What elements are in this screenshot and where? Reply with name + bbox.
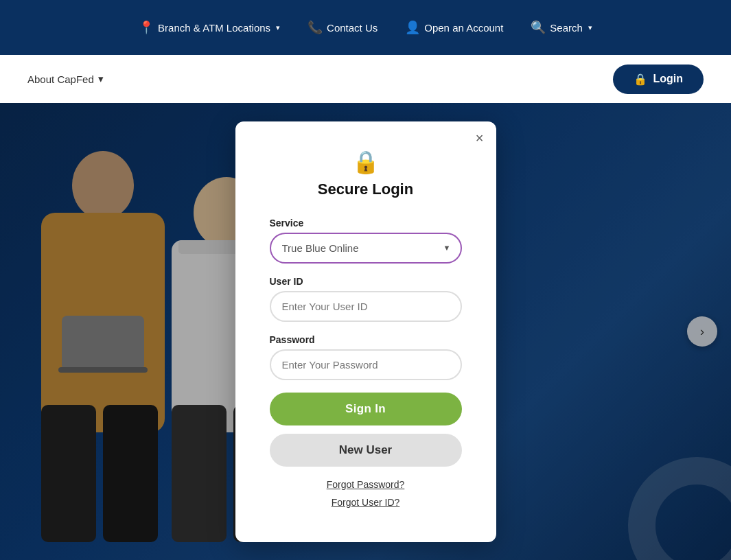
nav-search[interactable]: 🔍 Search ▾	[531, 20, 592, 35]
service-select-wrapper: True Blue Online True Blue Online Busine…	[270, 233, 462, 264]
modal-links: Forgot Password? Forgot User ID?	[270, 479, 462, 508]
userid-input[interactable]	[270, 291, 462, 322]
chevron-down-about-icon: ▾	[98, 73, 104, 85]
password-label: Password	[270, 334, 462, 345]
new-user-button[interactable]: New User	[270, 434, 462, 467]
forgot-userid-link[interactable]: Forgot User ID?	[270, 497, 462, 508]
userid-group: User ID	[270, 276, 462, 322]
nav-search-label: Search	[550, 22, 583, 34]
about-capfed-label: About CapFed	[27, 73, 94, 85]
secure-lock-icon: 🔒	[352, 150, 380, 174]
login-button[interactable]: 🔒 Login	[613, 65, 704, 94]
login-button-label: Login	[653, 73, 683, 85]
nav-contact-us-label: Contact Us	[327, 22, 378, 34]
search-icon: 🔍	[531, 20, 546, 35]
lock-icon: 🔒	[634, 73, 647, 86]
person-add-icon: 👤	[405, 20, 420, 35]
new-user-label: New User	[339, 443, 392, 456]
password-input[interactable]	[270, 349, 462, 380]
nav-open-account[interactable]: 👤 Open an Account	[405, 20, 503, 35]
main-content: › × 🔒 Secure Login Service True Blue Onl…	[0, 103, 731, 560]
modal-close-button[interactable]: ×	[476, 131, 484, 145]
forgot-password-link[interactable]: Forgot Password?	[270, 479, 462, 490]
modal-lock-icon: 🔒	[270, 149, 462, 175]
second-nav: About CapFed ▾ 🔒 Login	[0, 55, 731, 103]
phone-icon: 📞	[308, 20, 323, 35]
close-icon: ×	[476, 130, 484, 145]
password-group: Password	[270, 334, 462, 380]
service-select[interactable]: True Blue Online True Blue Online Busine…	[270, 233, 462, 264]
signin-label: Sign In	[345, 402, 386, 415]
nav-contact-us[interactable]: 📞 Contact Us	[308, 20, 378, 35]
modal-title: Secure Login	[270, 180, 462, 198]
service-group: Service True Blue Online True Blue Onlin…	[270, 218, 462, 264]
service-label: Service	[270, 218, 462, 229]
location-icon: 📍	[139, 20, 154, 35]
modal-overlay: × 🔒 Secure Login Service True Blue Onlin…	[0, 103, 731, 560]
signin-button[interactable]: Sign In	[270, 393, 462, 425]
nav-branch-atm[interactable]: 📍 Branch & ATM Locations ▾	[139, 20, 280, 35]
login-modal: × 🔒 Secure Login Service True Blue Onlin…	[235, 121, 496, 542]
chevron-down-search-icon: ▾	[588, 23, 592, 32]
nav-branch-atm-label: Branch & ATM Locations	[158, 22, 270, 34]
nav-open-account-label: Open an Account	[424, 22, 503, 34]
top-nav: 📍 Branch & ATM Locations ▾ 📞 Contact Us …	[0, 0, 731, 55]
about-capfed-menu[interactable]: About CapFed ▾	[27, 73, 104, 85]
chevron-down-icon: ▾	[276, 23, 280, 32]
userid-label: User ID	[270, 276, 462, 287]
